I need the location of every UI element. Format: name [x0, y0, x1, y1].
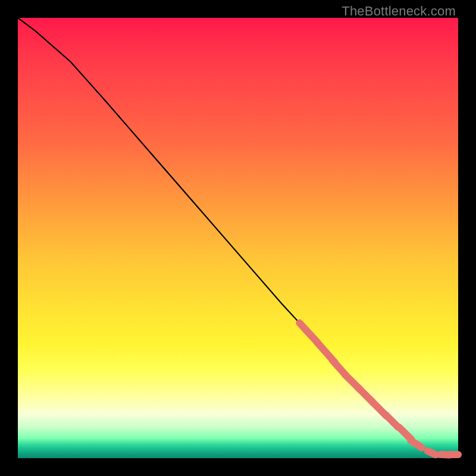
chart-markers — [299, 323, 458, 455]
chart-marker — [428, 451, 436, 455]
chart-marker — [411, 440, 422, 447]
chart-svg — [18, 18, 458, 458]
chart-marker — [299, 323, 317, 343]
chart-plot-area — [18, 18, 458, 458]
chart-curve — [18, 18, 458, 455]
watermark-text: TheBottleneck.com — [342, 4, 456, 19]
chart-frame: TheBottleneck.com — [0, 0, 476, 476]
